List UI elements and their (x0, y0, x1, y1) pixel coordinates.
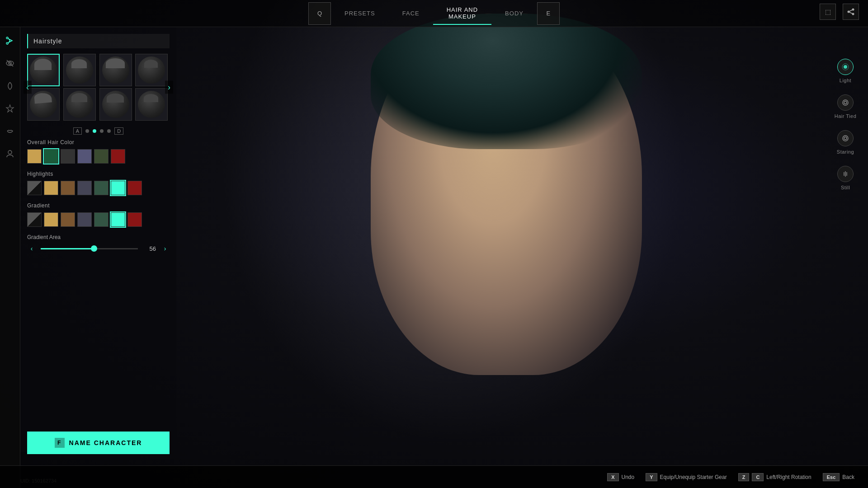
share-button[interactable] (843, 4, 859, 20)
gradient-swatch-4[interactable] (94, 212, 108, 227)
rotation-key-z[interactable]: Z (738, 473, 750, 481)
highlights-swatch-3[interactable] (77, 181, 92, 195)
e-key-button[interactable]: E (537, 2, 560, 25)
back-key[interactable]: Esc (823, 473, 840, 481)
view-option-still[interactable]: Still (837, 166, 854, 190)
top-navigation: Q PRESETS FACE HAIR AND MAKEUP BODY E (0, 0, 868, 27)
gradient-swatch-2[interactable] (61, 212, 75, 227)
undo-label: Undo (622, 474, 635, 480)
gradient-area-decrease-btn[interactable]: ‹ (27, 244, 36, 253)
gradient-area-thumb[interactable] (91, 245, 97, 252)
sidebar-icon-person[interactable] (3, 147, 17, 160)
svg-point-16 (843, 136, 848, 141)
highlights-swatch-2[interactable] (61, 181, 75, 195)
svg-marker-10 (6, 105, 14, 112)
equip-label: Equip/Unequip Starter Gear (660, 474, 727, 480)
hairstyle-item-1[interactable] (27, 54, 60, 86)
hair-color-swatch-2[interactable] (44, 149, 58, 164)
tab-body[interactable]: BODY (491, 2, 537, 25)
gradient-area-label: Gradient Area (27, 234, 170, 240)
sidebar-icon-lips[interactable] (3, 124, 17, 138)
undo-key[interactable]: X (607, 473, 618, 481)
light-view-label: Light (840, 78, 851, 83)
character-hair (371, 14, 642, 149)
gradient-swatch-3[interactable] (77, 212, 92, 227)
hairstyle-next-arrow[interactable]: › (165, 81, 173, 94)
hairstyle-item-7[interactable] (99, 88, 132, 121)
hair-color-swatch-4[interactable] (77, 149, 92, 164)
gradient-area-slider-row: ‹ 56 › (27, 244, 170, 253)
highlights-label: Highlights (27, 171, 170, 177)
highlights-swatch-4[interactable] (94, 181, 108, 195)
rotation-key-c[interactable]: C (752, 473, 764, 481)
view-option-hair-tied[interactable]: Hair Tied (835, 94, 857, 119)
svg-point-5 (6, 37, 8, 39)
equip-key[interactable]: Y (646, 473, 657, 481)
hairstyle-item-4[interactable] (135, 54, 168, 86)
hair-color-swatch-1[interactable] (27, 149, 42, 164)
gradient-swatch-1[interactable] (44, 212, 58, 227)
hair-color-swatch-6[interactable] (111, 149, 125, 164)
main-panel: Hairstyle ‹ (20, 27, 176, 452)
highlights-swatch-0[interactable] (27, 181, 42, 195)
page-dot-2[interactable] (93, 129, 96, 133)
hairstyle-prev-arrow[interactable]: ‹ (24, 81, 32, 94)
q-key-button[interactable]: Q (308, 2, 331, 25)
staring-icon (837, 130, 854, 146)
highlights-swatch-1[interactable] (44, 181, 58, 195)
hairstyle-item-2[interactable] (63, 54, 96, 86)
sidebar-icon-eye[interactable] (3, 56, 17, 70)
control-back: Esc Back (823, 473, 854, 481)
hairstyle-item-8[interactable] (135, 88, 168, 121)
highlights-swatch-6[interactable] (127, 181, 142, 195)
tab-presets[interactable]: PRESETS (331, 2, 389, 25)
gradient-area-container: Gradient Area ‹ 56 › (27, 234, 170, 253)
rotation-label: Left/Right Rotation (766, 474, 811, 480)
gradient-label: Gradient (27, 202, 170, 209)
hair-tied-label: Hair Tied (835, 113, 857, 119)
hairstyle-item-5[interactable] (27, 88, 60, 121)
page-dot-1[interactable] (85, 129, 89, 133)
gradient-swatch-6[interactable] (127, 212, 142, 227)
page-label-d[interactable]: D (114, 127, 123, 135)
page-dot-3[interactable] (100, 129, 104, 133)
name-character-label: NAME CHARACTER (69, 439, 142, 446)
svg-line-4 (849, 12, 853, 14)
tab-hair-makeup[interactable]: HAIR AND MAKEUP (433, 2, 491, 25)
still-label: Still (841, 185, 850, 190)
sidebar-icon-star[interactable] (3, 102, 17, 115)
hairstyle-section-title: Hairstyle (27, 34, 170, 48)
page-dot-4[interactable] (107, 129, 111, 133)
control-undo: X Undo (607, 473, 634, 481)
name-character-button[interactable]: F NAME CHARACTER (27, 432, 170, 454)
control-rotation: Z C Left/Right Rotation (738, 473, 811, 481)
sidebar-icon-scissors[interactable] (3, 34, 17, 47)
hair-color-swatch-3[interactable] (61, 149, 75, 164)
gradient-swatch-5[interactable] (111, 212, 125, 227)
gradient-area-increase-btn[interactable]: › (160, 244, 170, 253)
character-viewport (181, 0, 723, 488)
svg-point-14 (843, 100, 848, 105)
left-sidebar (0, 27, 20, 488)
control-equip: Y Equip/Unequip Starter Gear (646, 473, 726, 481)
tab-face[interactable]: FACE (389, 2, 433, 25)
svg-point-11 (8, 150, 12, 154)
gradient-area-track[interactable] (41, 248, 138, 249)
screenshot-button[interactable]: ⬚ (820, 4, 836, 20)
gradient-swatch-0[interactable] (27, 212, 42, 227)
view-option-staring[interactable]: Staring (837, 130, 854, 155)
hair-tied-icon (837, 94, 854, 111)
overall-hair-color-label: Overall Hair Color (27, 139, 170, 145)
svg-point-17 (844, 137, 847, 140)
highlights-swatch-5[interactable] (111, 181, 125, 195)
hair-color-swatch-5[interactable] (94, 149, 108, 164)
sidebar-icon-makeup[interactable] (3, 79, 17, 93)
hairstyle-item-3[interactable] (99, 54, 132, 86)
view-option-light[interactable]: Light (837, 59, 854, 83)
svg-point-6 (6, 42, 8, 44)
svg-point-12 (844, 65, 847, 69)
page-label-a[interactable]: A (73, 127, 82, 135)
svg-line-3 (849, 9, 853, 12)
hairstyle-item-6[interactable] (63, 88, 96, 121)
top-right-controls: ⬚ (820, 4, 859, 20)
